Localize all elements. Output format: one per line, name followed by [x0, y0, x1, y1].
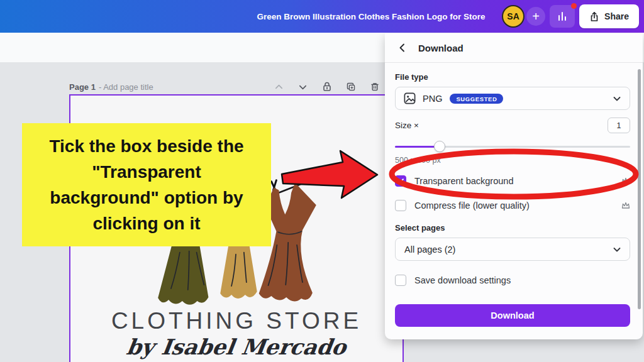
red-arrow-annotation — [275, 146, 384, 207]
move-page-down-icon[interactable] — [297, 82, 308, 92]
page-number-label: Page 1 — [69, 82, 96, 92]
file-type-label: File type — [395, 72, 630, 82]
panel-scrollbar[interactable] — [638, 69, 641, 309]
chevron-down-icon — [612, 244, 622, 255]
lock-page-icon[interactable] — [321, 82, 332, 92]
share-label: Share — [604, 11, 629, 21]
save-settings-checkbox[interactable] — [395, 275, 406, 286]
logo-subtitle-text[interactable]: by Isabel Mercado — [69, 334, 404, 359]
size-multiplier-input[interactable]: 1 — [608, 118, 630, 133]
option-label: Compress file (lower quality) — [414, 200, 530, 211]
insights-button[interactable] — [550, 5, 575, 28]
panel-header: Download — [385, 33, 643, 63]
share-button[interactable]: Share — [579, 4, 639, 28]
top-navigation-bar: Green Brown Illustration Clothes Fashion… — [0, 0, 644, 33]
analytics-icon — [557, 11, 568, 22]
canva-editor: Page 1 - Add page title — [0, 0, 644, 362]
logo-title-text[interactable]: CLOTHING STORE — [70, 308, 402, 334]
move-page-up-icon[interactable] — [274, 82, 284, 92]
chevron-down-icon — [612, 94, 622, 104]
select-pages-label: Select pages — [395, 223, 630, 233]
transparent-background-option[interactable]: Transparent background — [395, 173, 630, 189]
pro-crown-icon — [621, 177, 630, 185]
instruction-line: Tick the box beside the — [28, 133, 265, 159]
slider-thumb[interactable] — [434, 141, 445, 152]
instruction-line: clicking on it — [28, 211, 265, 236]
download-button[interactable]: Download — [395, 304, 630, 327]
option-label: Save download settings — [414, 275, 511, 285]
notification-dot — [571, 3, 577, 9]
instruction-line: "Transparent — [28, 159, 265, 185]
panel-title: Download — [418, 43, 464, 53]
file-type-select[interactable]: PNG SUGGESTED — [395, 87, 630, 110]
instruction-note: Tick the box beside the "Transparent bac… — [22, 123, 271, 246]
instruction-line: background" option by — [28, 185, 265, 211]
page-header: Page 1 - Add page title — [69, 79, 380, 94]
select-pages-dropdown[interactable]: All pages (2) — [395, 238, 630, 261]
download-panel: Download File type PNG SUGGESTED Size × … — [385, 33, 643, 339]
duplicate-page-icon[interactable] — [345, 82, 356, 92]
share-icon — [589, 11, 599, 22]
size-label: Size × — [395, 121, 419, 130]
user-avatar[interactable]: SA — [502, 5, 525, 28]
back-icon[interactable] — [397, 43, 408, 53]
panel-body: File type PNG SUGGESTED Size × 1 — [385, 63, 643, 327]
save-settings-option[interactable]: Save download settings — [395, 272, 630, 288]
output-dimensions: 500 × 500 px — [395, 156, 630, 165]
size-row: Size × 1 — [395, 118, 630, 133]
slider-fill — [395, 146, 440, 148]
add-member-button[interactable]: + — [526, 7, 545, 26]
image-file-icon — [403, 92, 416, 105]
size-slider[interactable] — [395, 141, 630, 152]
compress-file-checkbox[interactable] — [395, 200, 406, 211]
suggested-badge: SUGGESTED — [450, 94, 503, 104]
topbar-actions: SA + Share — [502, 0, 639, 33]
transparent-background-checkbox[interactable] — [395, 175, 406, 187]
option-label: Transparent background — [414, 176, 513, 186]
document-title[interactable]: Green Brown Illustration Clothes Fashion… — [239, 0, 503, 33]
pro-crown-icon — [621, 202, 630, 209]
page-title-input[interactable]: - Add page title — [99, 82, 153, 92]
compress-file-option[interactable]: Compress file (lower quality) — [395, 197, 630, 214]
delete-page-icon[interactable] — [369, 82, 380, 92]
file-type-value: PNG — [423, 94, 442, 104]
select-pages-value: All pages (2) — [404, 244, 455, 255]
